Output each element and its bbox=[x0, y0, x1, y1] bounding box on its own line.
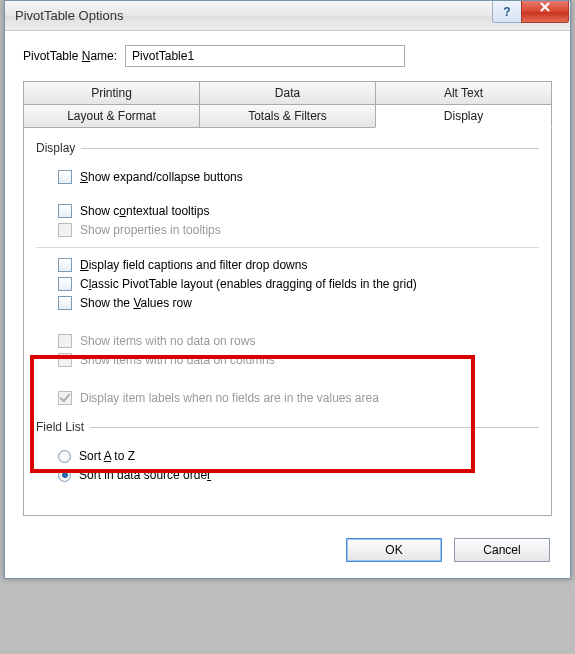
dialog-buttons: OK Cancel bbox=[23, 538, 552, 562]
pivottable-name-input[interactable] bbox=[125, 45, 405, 67]
tab-display-panel: Display Show expand/collapse buttons Sho… bbox=[23, 127, 552, 516]
opt-show-expand-collapse[interactable]: Show expand/collapse buttons bbox=[58, 170, 539, 184]
opt-sort-data-source[interactable]: Sort in data source order bbox=[58, 468, 539, 482]
opt-label: Display item labels when no fields are i… bbox=[80, 391, 379, 405]
checkbox-icon bbox=[58, 204, 72, 218]
window-controls: ? bbox=[492, 1, 569, 23]
tabstrip: Printing Data Alt Text Layout & Format T… bbox=[23, 81, 552, 516]
checkbox-icon bbox=[58, 258, 72, 272]
ok-button[interactable]: OK bbox=[346, 538, 442, 562]
pivottable-options-dialog: PivotTable Options ? PivotTable Name: Pr… bbox=[4, 0, 571, 579]
opt-label: Show items with no data on rows bbox=[80, 334, 255, 348]
titlebar: PivotTable Options ? bbox=[5, 1, 570, 31]
display-group: Display Show expand/collapse buttons Sho… bbox=[36, 141, 539, 410]
opt-label: Show items with no data on columns bbox=[80, 353, 275, 367]
opt-show-values-row[interactable]: Show the Values row bbox=[58, 296, 539, 310]
pivottable-name-label: PivotTable Name: bbox=[23, 49, 117, 63]
tab-data[interactable]: Data bbox=[199, 81, 376, 105]
cancel-button[interactable]: Cancel bbox=[454, 538, 550, 562]
tab-printing[interactable]: Printing bbox=[23, 81, 200, 105]
opt-label: Classic PivotTable layout (enables dragg… bbox=[80, 277, 417, 291]
opt-label: Sort A to Z bbox=[79, 449, 135, 463]
fieldlist-legend: Field List bbox=[36, 420, 90, 434]
radio-icon bbox=[58, 469, 71, 482]
opt-label: Display field captions and filter drop d… bbox=[80, 258, 307, 272]
radio-icon bbox=[58, 450, 71, 463]
fieldlist-group: Field List Sort A to Z Sort in data sour… bbox=[36, 420, 539, 487]
display-legend: Display bbox=[36, 141, 81, 155]
opt-no-data-columns: Show items with no data on columns bbox=[58, 353, 539, 367]
checkbox-icon bbox=[58, 223, 72, 237]
opt-classic-layout[interactable]: Classic PivotTable layout (enables dragg… bbox=[58, 277, 539, 291]
opt-label: Show contextual tooltips bbox=[80, 204, 209, 218]
help-icon: ? bbox=[503, 5, 510, 19]
opt-display-item-labels: Display item labels when no fields are i… bbox=[58, 391, 539, 405]
checkbox-icon bbox=[58, 296, 72, 310]
opt-label: Show expand/collapse buttons bbox=[80, 170, 243, 184]
help-button[interactable]: ? bbox=[492, 1, 522, 23]
tab-layout-format[interactable]: Layout & Format bbox=[23, 104, 200, 128]
separator bbox=[36, 247, 539, 248]
checkbox-icon bbox=[58, 170, 72, 184]
pivottable-name-row: PivotTable Name: bbox=[23, 45, 552, 67]
dialog-body: PivotTable Name: Printing Data Alt Text … bbox=[5, 31, 570, 578]
opt-contextual-tooltips[interactable]: Show contextual tooltips bbox=[58, 204, 539, 218]
checkbox-icon bbox=[58, 353, 72, 367]
checkbox-icon bbox=[58, 391, 72, 405]
opt-label: Show properties in tooltips bbox=[80, 223, 221, 237]
close-button[interactable] bbox=[521, 1, 569, 23]
opt-label: Show the Values row bbox=[80, 296, 192, 310]
opt-label: Sort in data source order bbox=[79, 468, 211, 482]
checkbox-icon bbox=[58, 334, 72, 348]
tab-alt-text[interactable]: Alt Text bbox=[375, 81, 552, 105]
tab-totals-filters[interactable]: Totals & Filters bbox=[199, 104, 376, 128]
checkbox-icon bbox=[58, 277, 72, 291]
window-title: PivotTable Options bbox=[15, 8, 492, 23]
opt-no-data-rows: Show items with no data on rows bbox=[58, 334, 539, 348]
close-icon bbox=[539, 6, 551, 18]
tab-display[interactable]: Display bbox=[375, 104, 552, 128]
opt-field-captions[interactable]: Display field captions and filter drop d… bbox=[58, 258, 539, 272]
opt-sort-a-z[interactable]: Sort A to Z bbox=[58, 449, 539, 463]
opt-show-properties-tooltips: Show properties in tooltips bbox=[58, 223, 539, 237]
